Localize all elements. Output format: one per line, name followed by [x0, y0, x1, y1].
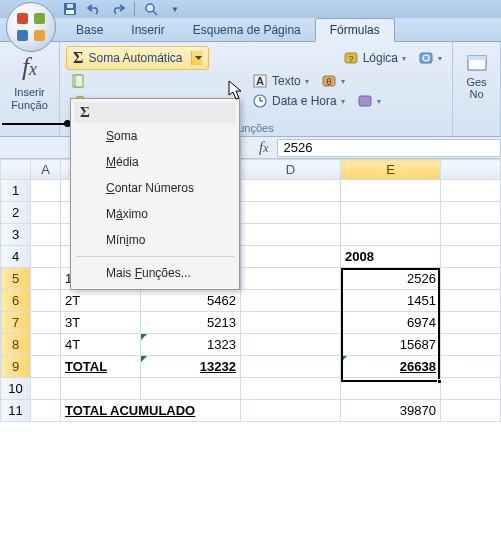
recent-button[interactable] — [66, 72, 90, 90]
dd-item-soma[interactable]: Soma — [74, 123, 236, 149]
cell[interactable] — [31, 290, 61, 312]
row-header[interactable]: 2 — [1, 202, 31, 224]
col-header-D[interactable]: D — [241, 160, 341, 180]
cell[interactable] — [241, 290, 341, 312]
cell[interactable] — [241, 268, 341, 290]
cell[interactable] — [241, 378, 341, 400]
dd-item-contar[interactable]: Contar Números — [74, 175, 236, 201]
dd-item-minimo[interactable]: Mínimo — [74, 227, 236, 253]
cell[interactable] — [31, 334, 61, 356]
row-header[interactable]: 3 — [1, 224, 31, 246]
cell[interactable]: 13232 — [141, 356, 241, 378]
insert-function-label[interactable]: Inserir Função — [6, 86, 53, 112]
cell[interactable] — [141, 378, 241, 400]
cell[interactable]: 1323 — [141, 334, 241, 356]
row-header[interactable]: 10 — [1, 378, 31, 400]
row-header[interactable]: 5 — [1, 268, 31, 290]
col-header-A[interactable]: A — [31, 160, 61, 180]
cell[interactable] — [31, 224, 61, 246]
cell[interactable] — [241, 334, 341, 356]
col-header-next[interactable] — [441, 160, 501, 180]
cell[interactable] — [441, 312, 501, 334]
autosum-button[interactable]: Σ Soma Automática — [66, 46, 209, 70]
cell[interactable] — [241, 312, 341, 334]
cell[interactable] — [341, 202, 441, 224]
cell[interactable] — [31, 268, 61, 290]
cell[interactable] — [341, 224, 441, 246]
cell[interactable] — [441, 356, 501, 378]
office-button[interactable] — [6, 2, 56, 52]
cell[interactable] — [241, 180, 341, 202]
col-header-E[interactable]: E — [341, 160, 441, 180]
name-manager-icon[interactable] — [465, 52, 489, 76]
cell[interactable] — [441, 400, 501, 422]
cell[interactable]: TOTAL ACUMULADO — [61, 400, 241, 422]
cell[interactable] — [31, 400, 61, 422]
cell[interactable] — [241, 246, 341, 268]
cell[interactable]: 2T — [61, 290, 141, 312]
cell[interactable]: TOTAL — [61, 356, 141, 378]
row-header[interactable]: 6 — [1, 290, 31, 312]
row-header[interactable]: 7 — [1, 312, 31, 334]
cell[interactable] — [241, 356, 341, 378]
fx-label-icon[interactable]: fx — [240, 139, 277, 156]
math-button[interactable]: θ ▾ — [317, 72, 349, 90]
cell[interactable] — [241, 400, 341, 422]
cell[interactable] — [241, 224, 341, 246]
cell[interactable] — [441, 246, 501, 268]
tab-formulas[interactable]: Fórmulas — [315, 18, 395, 42]
qat-customize-icon[interactable]: ▼ — [165, 1, 185, 17]
tab-base[interactable]: Base — [62, 19, 117, 41]
print-preview-icon[interactable] — [141, 1, 161, 17]
row-header[interactable]: 1 — [1, 180, 31, 202]
cell[interactable]: 15687 — [341, 334, 441, 356]
dd-item-maximo[interactable]: Máximo — [74, 201, 236, 227]
row-header[interactable]: 11 — [1, 400, 31, 422]
cell[interactable] — [31, 180, 61, 202]
row-header[interactable]: 9 — [1, 356, 31, 378]
row-header[interactable]: 4 — [1, 246, 31, 268]
cell[interactable] — [441, 290, 501, 312]
cell[interactable] — [31, 312, 61, 334]
cell[interactable]: 5462 — [141, 290, 241, 312]
select-all-corner[interactable] — [1, 160, 31, 180]
autosum-dropdown-arrow[interactable] — [191, 51, 202, 65]
dd-item-mais[interactable]: Mais Funções... — [74, 260, 236, 286]
cell[interactable]: 6974 — [341, 312, 441, 334]
formula-input[interactable]: 2526 — [277, 139, 502, 157]
cell[interactable]: 26638 — [341, 356, 441, 378]
cell[interactable]: 3T — [61, 312, 141, 334]
cell[interactable] — [441, 334, 501, 356]
cell[interactable]: 5213 — [141, 312, 241, 334]
cell[interactable]: 4T — [61, 334, 141, 356]
cell[interactable] — [441, 202, 501, 224]
cell[interactable]: 1451 — [341, 290, 441, 312]
cell[interactable]: 2008 — [341, 246, 441, 268]
lookup-button[interactable]: ▾ — [414, 49, 446, 67]
text-button[interactable]: A Texto▾ — [248, 72, 313, 90]
cell[interactable] — [31, 246, 61, 268]
tab-inserir[interactable]: Inserir — [117, 19, 178, 41]
more-button[interactable]: ▾ — [353, 92, 385, 110]
datetime-button[interactable]: Data e Hora▾ — [248, 92, 349, 110]
cell[interactable] — [441, 224, 501, 246]
cell[interactable] — [31, 378, 61, 400]
row-header[interactable]: 8 — [1, 334, 31, 356]
redo-icon[interactable] — [108, 1, 128, 17]
cell[interactable] — [441, 378, 501, 400]
cell[interactable] — [31, 356, 61, 378]
logic-button[interactable]: ? Lógica▾ — [339, 49, 410, 67]
save-icon[interactable] — [60, 1, 80, 17]
cell[interactable] — [241, 202, 341, 224]
cell[interactable] — [341, 180, 441, 202]
undo-icon[interactable] — [84, 1, 104, 17]
tab-esquema[interactable]: Esquema de Página — [179, 19, 315, 41]
cell[interactable] — [441, 180, 501, 202]
cell[interactable] — [341, 378, 441, 400]
cell[interactable]: 39870 — [341, 400, 441, 422]
cell[interactable] — [441, 268, 501, 290]
cell[interactable] — [31, 202, 61, 224]
fx-icon[interactable]: fx — [22, 52, 37, 82]
cell[interactable]: 2526 — [341, 268, 441, 290]
cell[interactable] — [61, 378, 141, 400]
